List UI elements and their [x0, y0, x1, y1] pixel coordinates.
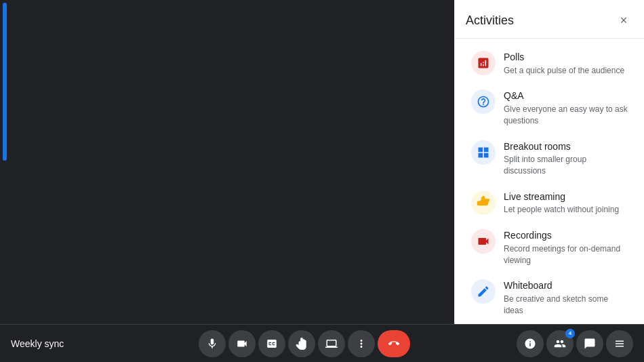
activity-item-recordings[interactable]: Recordings Record meetings for on-demand… — [460, 222, 639, 273]
present-button[interactable] — [318, 330, 345, 357]
recordings-name: Recordings — [504, 229, 628, 243]
activity-item-streaming[interactable]: Live streaming Let people watch without … — [460, 184, 639, 222]
polls-desc: Get a quick pulse of the audience — [504, 65, 628, 77]
qa-name: Q&A — [504, 89, 628, 103]
activity-item-polls[interactable]: Polls Get a quick pulse of the audience — [460, 44, 639, 83]
toolbar-center — [199, 330, 410, 357]
recordings-icon — [471, 229, 496, 254]
mic-button[interactable] — [199, 330, 226, 357]
qa-icon — [471, 89, 496, 114]
toolbar: Weekly sync — [0, 324, 644, 362]
breakout-desc: Split into smaller group discussions — [504, 154, 628, 177]
people-count-badge: 4 — [565, 329, 575, 338]
activity-item-qa[interactable]: Q&A Give everyone an easy way to ask que… — [460, 83, 639, 133]
panel-title: Activities — [466, 14, 514, 28]
activity-item-whiteboard[interactable]: Whiteboard Be creative and sketch some i… — [460, 273, 639, 323]
toolbar-right: 4 — [517, 330, 633, 357]
raise-hand-button[interactable] — [288, 330, 315, 357]
breakout-icon — [471, 140, 496, 165]
chat-button[interactable] — [576, 330, 603, 357]
polls-icon — [471, 51, 496, 75]
more-options-button[interactable] — [348, 330, 375, 357]
activity-item-breakout[interactable]: Breakout rooms Split into smaller group … — [460, 134, 639, 184]
whiteboard-text: Whiteboard Be creative and sketch some i… — [504, 279, 628, 316]
streaming-name: Live streaming — [504, 190, 628, 204]
polls-text: Polls Get a quick pulse of the audience — [504, 51, 628, 76]
video-tile-james: James Rogers — [3, 3, 7, 161]
breakout-text: Breakout rooms Split into smaller group … — [504, 140, 628, 177]
hangup-button[interactable] — [378, 330, 410, 357]
streaming-icon — [471, 190, 496, 215]
panel-header: Activities × — [455, 0, 644, 39]
camera-button[interactable] — [228, 330, 256, 357]
addons-label: ADD-ONS — [455, 323, 644, 324]
qa-text: Q&A Give everyone an easy way to ask que… — [504, 89, 628, 126]
whiteboard-name: Whiteboard — [504, 279, 628, 293]
streaming-text: Live streaming Let people watch without … — [504, 190, 628, 216]
polls-name: Polls — [504, 51, 628, 64]
activities-button[interactable] — [606, 330, 633, 357]
recordings-text: Recordings Record meetings for on-demand… — [504, 229, 628, 266]
toolbar-left: Weekly sync — [11, 338, 92, 349]
streaming-desc: Let people watch without joining — [504, 204, 628, 216]
breakout-name: Breakout rooms — [504, 140, 628, 154]
whiteboard-icon — [471, 279, 496, 304]
qa-desc: Give everyone an easy way to ask questio… — [504, 104, 628, 127]
panel-content: Polls Get a quick pulse of the audience … — [455, 39, 644, 324]
captions-button[interactable] — [258, 330, 285, 357]
whiteboard-desc: Be creative and sketch some ideas — [504, 294, 628, 317]
people-button[interactable]: 4 — [546, 330, 573, 357]
close-panel-button[interactable]: × — [614, 11, 633, 30]
meeting-title: Weekly sync — [11, 338, 64, 349]
info-button[interactable] — [517, 330, 544, 357]
recordings-desc: Record meetings for on-demand viewing — [504, 243, 628, 266]
activities-panel: Activities × Polls Get a quick pulse of … — [454, 0, 644, 324]
